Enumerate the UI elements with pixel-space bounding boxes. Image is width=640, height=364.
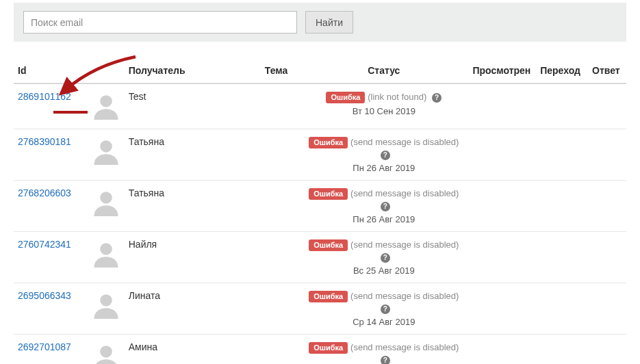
subject-cell xyxy=(253,181,299,232)
table-row: 2692701087АминаОшибка (send message is d… xyxy=(14,335,626,365)
viewed-cell xyxy=(469,232,535,283)
status-date: Пн 26 Авг 2019 xyxy=(303,163,464,173)
click-cell xyxy=(535,335,586,365)
col-status: Статус xyxy=(299,60,468,83)
col-avatar xyxy=(88,60,125,83)
avatar-icon xyxy=(92,136,120,165)
subject-cell xyxy=(253,83,299,129)
viewed-cell xyxy=(469,335,535,365)
avatar-cell xyxy=(88,335,125,365)
table-row: 2869101162TestОшибка (link not found) ?В… xyxy=(14,83,626,129)
avatar-icon xyxy=(92,91,120,120)
recipient-name: Татьяна xyxy=(125,129,253,181)
help-icon[interactable]: ? xyxy=(381,304,390,314)
recipient-name: Найля xyxy=(125,232,253,283)
status-cell: Ошибка (send message is disabled) ?Пн 26… xyxy=(299,129,468,181)
click-cell xyxy=(535,283,586,335)
mail-table: Id Получатель Тема Статус Просмотрен Пер… xyxy=(14,60,626,364)
help-icon[interactable]: ? xyxy=(432,93,441,103)
help-icon[interactable]: ? xyxy=(381,253,390,263)
reply-cell xyxy=(586,335,626,365)
id-link[interactable]: 2869101162 xyxy=(18,91,71,102)
search-bar: Найти xyxy=(14,3,626,42)
svg-point-5 xyxy=(100,346,112,358)
status-date: Вт 10 Сен 2019 xyxy=(303,106,464,116)
status-cell: Ошибка (send message is disabled) ?Вс 25… xyxy=(299,232,468,283)
svg-point-2 xyxy=(100,192,112,204)
status-cell: Ошибка (send message is disabled) ?Вт 13… xyxy=(299,335,468,365)
table-row: 2768206603ТатьянаОшибка (send message is… xyxy=(14,181,626,232)
status-note: (send message is disabled) xyxy=(350,342,459,352)
id-link[interactable]: 2760742341 xyxy=(18,239,71,250)
help-icon[interactable]: ? xyxy=(381,202,390,211)
reply-cell xyxy=(586,129,626,181)
status-cell: Ошибка (link not found) ?Вт 10 Сен 2019 xyxy=(299,83,468,129)
avatar-icon xyxy=(92,239,120,268)
table-row: 2768390181ТатьянаОшибка (send message is… xyxy=(14,129,626,181)
col-recipient: Получатель xyxy=(125,60,253,83)
avatar-icon xyxy=(92,187,120,216)
status-badge: Ошибка xyxy=(309,137,348,148)
reply-cell xyxy=(586,181,626,232)
avatar-cell xyxy=(88,129,125,181)
status-date: Вс 25 Авг 2019 xyxy=(303,265,464,276)
status-badge: Ошибка xyxy=(309,291,348,302)
avatar-cell xyxy=(88,283,125,335)
avatar-cell xyxy=(88,232,125,283)
click-cell xyxy=(535,83,586,129)
status-badge: Ошибка xyxy=(309,342,348,354)
avatar-icon xyxy=(92,341,120,364)
svg-point-3 xyxy=(100,243,112,255)
status-badge: Ошибка xyxy=(326,92,365,103)
svg-point-0 xyxy=(100,95,112,107)
status-date: Пн 26 Авг 2019 xyxy=(303,214,464,224)
click-cell xyxy=(535,129,586,181)
recipient-name: Татьяна xyxy=(125,181,253,232)
reply-cell xyxy=(586,83,626,129)
viewed-cell xyxy=(469,181,535,232)
subject-cell xyxy=(253,232,299,283)
id-link[interactable]: 2695066343 xyxy=(18,290,71,301)
id-link[interactable]: 2768206603 xyxy=(18,187,71,198)
recipient-name: Test xyxy=(125,83,253,129)
table-header-row: Id Получатель Тема Статус Просмотрен Пер… xyxy=(14,60,626,83)
status-note: (send message is disabled) xyxy=(350,188,459,198)
col-reply: Ответ xyxy=(586,60,626,83)
avatar-icon xyxy=(92,290,120,319)
recipient-name: Амина xyxy=(125,335,253,365)
status-cell: Ошибка (send message is disabled) ?Пн 26… xyxy=(299,181,468,232)
col-click: Переход xyxy=(535,60,586,83)
subject-cell xyxy=(253,129,299,181)
reply-cell xyxy=(586,283,626,335)
col-subject: Тема xyxy=(253,60,299,83)
status-badge: Ошибка xyxy=(309,239,348,251)
click-cell xyxy=(535,232,586,283)
recipient-name: Лината xyxy=(125,283,253,335)
search-input[interactable] xyxy=(23,11,297,34)
status-cell: Ошибка (send message is disabled) ?Ср 14… xyxy=(299,283,468,335)
svg-point-4 xyxy=(100,294,112,307)
status-note: (send message is disabled) xyxy=(350,291,459,301)
viewed-cell xyxy=(469,283,535,335)
status-badge: Ошибка xyxy=(309,188,348,200)
status-date: Ср 14 Авг 2019 xyxy=(303,317,464,327)
id-link[interactable]: 2768390181 xyxy=(18,136,71,147)
search-button[interactable]: Найти xyxy=(305,11,353,34)
click-cell xyxy=(535,181,586,232)
col-viewed: Просмотрен xyxy=(469,60,535,83)
help-icon[interactable]: ? xyxy=(381,151,390,160)
status-note: (link not found) xyxy=(368,92,426,102)
subject-cell xyxy=(253,283,299,335)
viewed-cell xyxy=(469,129,535,181)
avatar-cell xyxy=(88,181,125,232)
col-id: Id xyxy=(14,60,88,83)
table-row: 2695066343ЛинатаОшибка (send message is … xyxy=(14,283,626,335)
svg-point-1 xyxy=(100,140,112,153)
id-link[interactable]: 2692701087 xyxy=(18,341,71,352)
status-note: (send message is disabled) xyxy=(350,239,459,250)
subject-cell xyxy=(253,335,299,365)
avatar-cell xyxy=(88,83,125,129)
help-icon[interactable]: ? xyxy=(381,356,390,364)
reply-cell xyxy=(586,232,626,283)
status-note: (send message is disabled) xyxy=(350,137,459,147)
